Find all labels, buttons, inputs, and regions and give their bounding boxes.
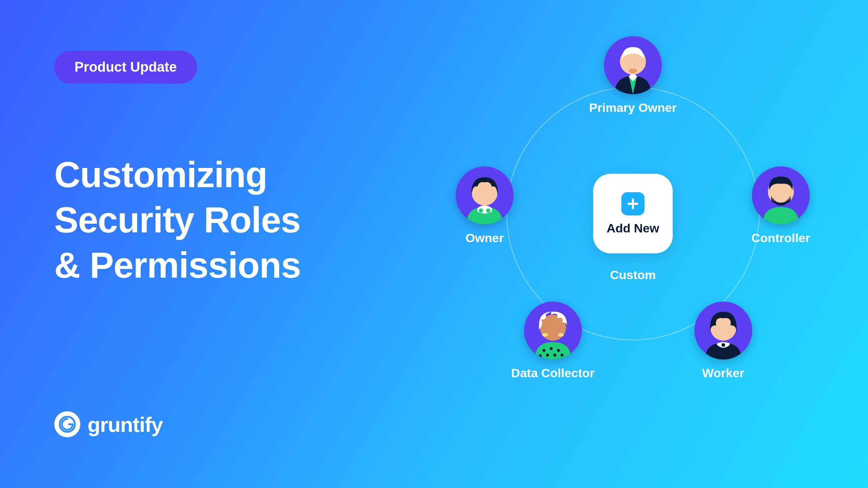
product-update-badge: Product Update	[54, 51, 197, 84]
svg-point-13	[539, 354, 542, 357]
role-primary-owner: Primary Owner	[589, 36, 677, 115]
role-label: Worker	[702, 366, 744, 380]
avatar-controller	[752, 167, 810, 224]
brand-name: gruntify	[88, 412, 163, 437]
plus-icon	[621, 192, 644, 215]
role-label: Controller	[752, 231, 810, 245]
avatar-worker	[694, 302, 752, 359]
role-owner: Owner	[456, 167, 514, 245]
role-controller: Controller	[752, 167, 810, 245]
page-title: Customizing Security Roles & Permissions	[54, 152, 301, 288]
svg-point-17	[722, 343, 725, 347]
svg-point-3	[479, 209, 483, 213]
role-label: Owner	[465, 231, 504, 245]
gruntify-logo-icon	[54, 411, 80, 437]
role-worker: Worker	[694, 302, 752, 380]
svg-point-15	[542, 333, 548, 337]
headline-text: Customizing Security Roles & Permissions	[54, 154, 301, 285]
svg-point-7	[542, 349, 545, 352]
avatar-primary-owner	[604, 36, 662, 94]
role-label: Primary Owner	[589, 101, 677, 115]
role-data-collector: Data Collector	[511, 302, 595, 380]
role-label: Data Collector	[511, 366, 595, 380]
svg-point-16	[558, 333, 564, 337]
add-new-label: Add New	[607, 221, 659, 235]
avatar-owner	[456, 167, 514, 224]
add-new-role-button[interactable]: Add New	[593, 174, 673, 253]
badge-label: Product Update	[75, 59, 177, 75]
svg-point-10	[546, 354, 549, 357]
svg-point-8	[550, 347, 553, 350]
svg-point-12	[561, 354, 563, 357]
svg-point-11	[553, 354, 556, 357]
custom-role-label: Custom	[610, 268, 656, 282]
svg-point-2	[629, 68, 637, 73]
brand-logo: gruntify	[54, 411, 163, 437]
avatar-data-collector	[524, 302, 582, 359]
svg-point-9	[557, 349, 560, 352]
svg-point-4	[486, 209, 490, 213]
roles-diagram: Add New Custom Primary Owner	[456, 36, 810, 391]
